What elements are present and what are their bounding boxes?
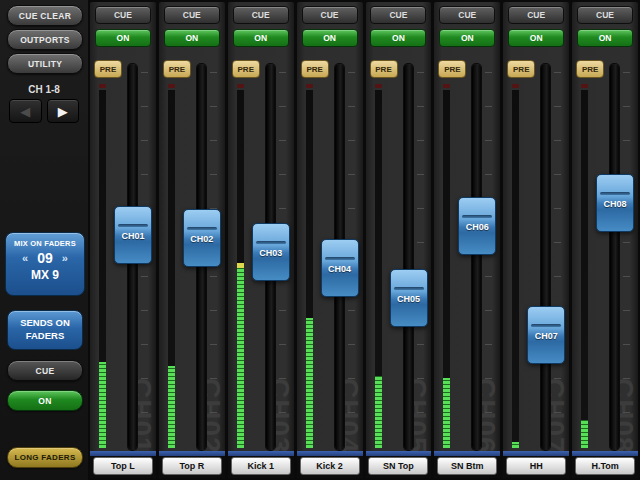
next-bank-button[interactable]: ▶ bbox=[47, 99, 80, 123]
utility-button[interactable]: UTILITY bbox=[7, 53, 83, 74]
fader-cap[interactable]: CH01 bbox=[114, 206, 152, 264]
meter-fill bbox=[512, 442, 519, 448]
strip-color-bar bbox=[228, 451, 294, 456]
level-meter bbox=[306, 90, 313, 448]
fader-cap[interactable]: CH06 bbox=[458, 197, 496, 255]
bank-navigation: ◀ ▶ bbox=[9, 99, 79, 123]
mix-next-icon[interactable]: » bbox=[62, 253, 68, 264]
sidebar: CUE CLEAR OUTPORTS UTILITY CH 1-8 ◀ ▶ MI… bbox=[0, 0, 88, 480]
fader-scale-ticks bbox=[554, 72, 561, 444]
strip-color-bar bbox=[503, 451, 569, 456]
channel-on-button[interactable]: ON bbox=[233, 29, 289, 47]
fader-track[interactable] bbox=[472, 64, 481, 450]
fader-track[interactable] bbox=[541, 64, 550, 450]
pre-badge[interactable]: PRE bbox=[370, 60, 398, 78]
level-meter bbox=[99, 90, 106, 448]
fader-cap-groove bbox=[462, 215, 492, 218]
channel-cue-button[interactable]: CUE bbox=[508, 6, 564, 24]
strip-color-bar bbox=[434, 451, 500, 456]
channel-cue-button[interactable]: CUE bbox=[302, 6, 358, 24]
fader-scale-ticks bbox=[417, 72, 424, 444]
channel-on-button[interactable]: ON bbox=[439, 29, 495, 47]
mix-prev-icon[interactable]: « bbox=[22, 253, 28, 264]
fader-cap-groove bbox=[531, 324, 561, 327]
long-faders-button[interactable]: LONG FADERS bbox=[7, 447, 83, 468]
channel-name[interactable]: Kick 1 bbox=[231, 457, 291, 475]
channel-strip: CH01 CUE ON PRE CH01 Top L bbox=[90, 2, 156, 478]
sends-line1: SENDS ON bbox=[20, 317, 70, 330]
meter-fill bbox=[306, 318, 313, 448]
channel-name[interactable]: Kick 2 bbox=[300, 457, 360, 475]
fader-cap[interactable]: CH05 bbox=[390, 269, 428, 327]
arrow-right-icon: ▶ bbox=[58, 104, 68, 119]
cue-clear-button[interactable]: CUE CLEAR bbox=[7, 5, 83, 26]
meter-fill bbox=[99, 362, 106, 448]
fader-track[interactable] bbox=[610, 64, 619, 450]
level-meter bbox=[237, 90, 244, 448]
channel-on-button[interactable]: ON bbox=[577, 29, 633, 47]
fader-cap[interactable]: CH04 bbox=[321, 239, 359, 297]
channel-name[interactable]: SN Top bbox=[368, 457, 428, 475]
channel-name[interactable]: SN Btm bbox=[437, 457, 497, 475]
outports-button[interactable]: OUTPORTS bbox=[7, 29, 83, 50]
channel-on-button[interactable]: ON bbox=[95, 29, 151, 47]
master-cue-button[interactable]: CUE bbox=[7, 360, 83, 381]
channel-name[interactable]: Top R bbox=[162, 457, 222, 475]
fader-scale-ticks bbox=[485, 72, 492, 444]
pre-badge[interactable]: PRE bbox=[163, 60, 191, 78]
channel-name[interactable]: HH bbox=[506, 457, 566, 475]
meter-peak-indicator bbox=[443, 84, 450, 88]
strip-color-bar bbox=[159, 451, 225, 456]
channel-cue-button[interactable]: CUE bbox=[370, 6, 426, 24]
level-meter bbox=[443, 90, 450, 448]
fader-cap-groove bbox=[394, 287, 424, 290]
sends-on-faders-button[interactable]: SENDS ON FADERS bbox=[7, 310, 83, 350]
fader-cap-label: CH07 bbox=[528, 331, 564, 341]
mixer-app: CUE CLEAR OUTPORTS UTILITY CH 1-8 ◀ ▶ MI… bbox=[0, 0, 640, 480]
pre-badge[interactable]: PRE bbox=[507, 60, 535, 78]
fader-cap[interactable]: CH08 bbox=[596, 174, 634, 232]
channel-bank-label: CH 1-8 bbox=[0, 84, 88, 95]
fader-cap-label: CH08 bbox=[597, 199, 633, 209]
mix-on-faders-panel[interactable]: MIX ON FADERS « 09 » MX 9 bbox=[5, 232, 85, 296]
channel-strips: CH01 CUE ON PRE CH01 Top L CH02 CUE ON P… bbox=[88, 0, 640, 480]
channel-cue-button[interactable]: CUE bbox=[164, 6, 220, 24]
channel-cue-button[interactable]: CUE bbox=[439, 6, 495, 24]
mix-number: 09 bbox=[37, 250, 53, 266]
pre-badge[interactable]: PRE bbox=[94, 60, 122, 78]
fader-cap[interactable]: CH02 bbox=[183, 209, 221, 267]
arrow-left-icon: ◀ bbox=[20, 104, 30, 119]
channel-on-button[interactable]: ON bbox=[370, 29, 426, 47]
channel-on-button[interactable]: ON bbox=[164, 29, 220, 47]
previous-bank-button[interactable]: ◀ bbox=[9, 99, 42, 123]
fader-track[interactable] bbox=[404, 64, 413, 450]
channel-cue-button[interactable]: CUE bbox=[233, 6, 289, 24]
channel-name[interactable]: Top L bbox=[93, 457, 153, 475]
strip-color-bar bbox=[572, 451, 638, 456]
fader-cap[interactable]: CH03 bbox=[252, 223, 290, 281]
fader-cap-label: CH02 bbox=[184, 234, 220, 244]
meter-peak-indicator bbox=[99, 84, 106, 88]
fader-cap-groove bbox=[325, 257, 355, 260]
channel-name[interactable]: H.Tom bbox=[575, 457, 635, 475]
pre-badge[interactable]: PRE bbox=[438, 60, 466, 78]
channel-cue-button[interactable]: CUE bbox=[95, 6, 151, 24]
channel-cue-button[interactable]: CUE bbox=[577, 6, 633, 24]
fader-cap-label: CH05 bbox=[391, 294, 427, 304]
channel-on-button[interactable]: ON bbox=[302, 29, 358, 47]
pre-badge[interactable]: PRE bbox=[232, 60, 260, 78]
pre-badge[interactable]: PRE bbox=[301, 60, 329, 78]
meter-peak-indicator bbox=[237, 84, 244, 88]
channel-on-button[interactable]: ON bbox=[508, 29, 564, 47]
meter-fill bbox=[168, 366, 175, 448]
fader-scale-ticks bbox=[623, 72, 630, 444]
fader-cap[interactable]: CH07 bbox=[527, 306, 565, 364]
channel-strip: CH03 CUE ON PRE CH03 Kick 1 bbox=[228, 2, 294, 478]
master-on-button[interactable]: ON bbox=[7, 390, 83, 411]
meter-fill bbox=[443, 378, 450, 448]
meter-peak-indicator bbox=[512, 84, 519, 88]
level-meter bbox=[512, 90, 519, 448]
pre-badge[interactable]: PRE bbox=[576, 60, 604, 78]
channel-strip: CH02 CUE ON PRE CH02 Top R bbox=[159, 2, 225, 478]
channel-strip: CH08 CUE ON PRE CH08 H.Tom bbox=[572, 2, 638, 478]
